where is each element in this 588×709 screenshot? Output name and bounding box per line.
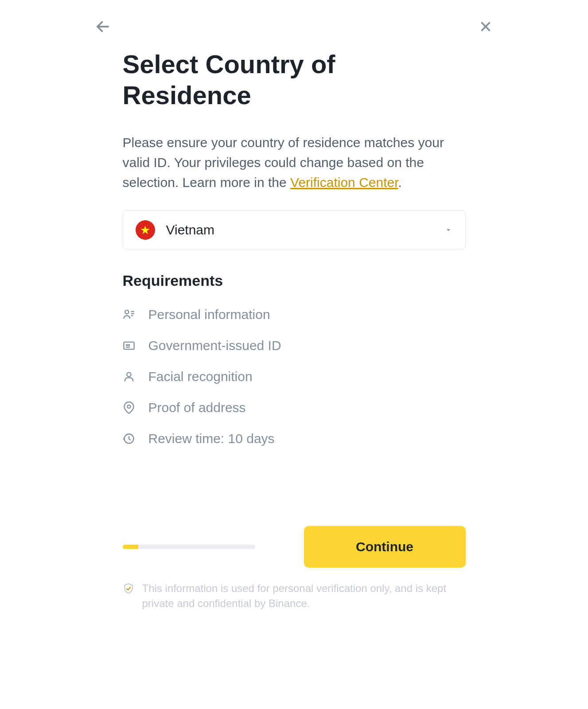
svg-point-11 [127, 373, 131, 377]
list-item: Review time: 10 days [123, 431, 466, 446]
requirement-label: Personal information [148, 307, 270, 322]
flag-vietnam-icon: ★ [136, 220, 155, 240]
svg-point-9 [128, 345, 129, 346]
modal-content: Select Country of Residence Please ensur… [94, 49, 495, 611]
country-select-value: ★ Vietnam [136, 220, 215, 240]
close-icon [478, 19, 493, 34]
arrow-left-icon [95, 19, 111, 35]
country-name: Vietnam [166, 222, 215, 238]
country-select[interactable]: ★ Vietnam [123, 210, 466, 250]
requirement-label: Facial recognition [148, 369, 253, 384]
svg-point-8 [126, 345, 127, 346]
disclaimer: This information is used for personal ve… [123, 581, 466, 611]
back-button[interactable] [94, 18, 112, 35]
clock-icon [123, 432, 135, 445]
page-title: Select Country of Residence [123, 49, 466, 110]
description-after: . [398, 175, 402, 190]
flag-star-icon: ★ [140, 224, 150, 236]
progress-bar [123, 545, 255, 549]
footer: Continue [123, 526, 466, 568]
continue-button[interactable]: Continue [304, 526, 466, 568]
caret-down-icon [444, 226, 453, 234]
svg-point-12 [127, 405, 130, 408]
list-item: Government-issued ID [123, 338, 466, 353]
requirement-label: Proof of address [148, 400, 246, 415]
description-text: Please ensure your country of residence … [123, 132, 466, 192]
shield-check-icon [123, 583, 134, 594]
requirement-label: Government-issued ID [148, 338, 281, 353]
list-item: Personal information [123, 307, 466, 322]
disclaimer-text: This information is used for personal ve… [142, 581, 466, 611]
list-item: Facial recognition [123, 369, 466, 384]
modal-container: Select Country of Residence Please ensur… [73, 0, 516, 637]
id-card-icon [123, 339, 135, 352]
requirements-title: Requirements [123, 272, 466, 289]
personal-info-icon [123, 308, 135, 321]
close-button[interactable] [477, 18, 495, 35]
svg-point-3 [125, 310, 129, 314]
progress-fill [123, 545, 139, 549]
header-icons [94, 18, 495, 49]
requirement-label: Review time: 10 days [148, 431, 275, 446]
requirements-list: Personal information Government-issued I… [123, 307, 466, 446]
verification-center-link[interactable]: Verification Center [290, 175, 398, 190]
list-item: Proof of address [123, 400, 466, 415]
face-icon [123, 370, 135, 383]
location-icon [123, 401, 135, 414]
